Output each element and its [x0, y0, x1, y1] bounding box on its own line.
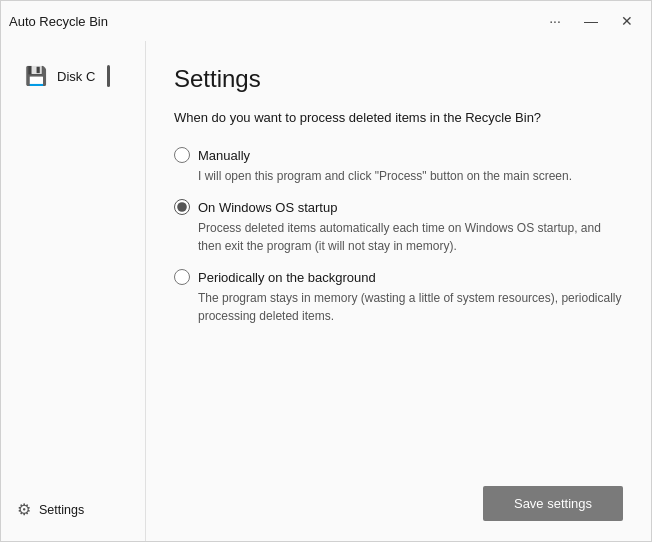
close-icon: ✕ [621, 13, 633, 29]
option-row-startup: On Windows OS startup [174, 199, 623, 215]
option-desc-background: The program stays in memory (wasting a l… [198, 289, 623, 325]
more-icon: ··· [549, 13, 561, 29]
sidebar-disk-label: Disk C [57, 69, 95, 84]
option-label-startup[interactable]: On Windows OS startup [198, 200, 337, 215]
sidebar: 💾 Disk C ⚙ Settings [1, 41, 146, 541]
radio-startup[interactable] [174, 199, 190, 215]
close-button[interactable]: ✕ [611, 7, 643, 35]
sidebar-bottom: ⚙ Settings [1, 486, 145, 533]
question-text: When do you want to process deleted item… [174, 109, 623, 127]
more-button[interactable]: ··· [539, 7, 571, 35]
minimize-button[interactable]: — [575, 7, 607, 35]
content-area: 💾 Disk C ⚙ Settings Settings When do you… [1, 41, 651, 541]
option-desc-manually: I will open this program and click "Proc… [198, 167, 623, 185]
sidebar-top: 💾 Disk C [1, 49, 145, 103]
titlebar: Auto Recycle Bin ··· — ✕ [1, 1, 651, 41]
sidebar-settings-link[interactable]: ⚙ Settings [13, 494, 133, 525]
titlebar-controls: ··· — ✕ [539, 7, 643, 35]
radio-background[interactable] [174, 269, 190, 285]
disk-icon: 💾 [25, 65, 47, 87]
radio-manually[interactable] [174, 147, 190, 163]
option-row-background: Periodically on the background [174, 269, 623, 285]
footer: Save settings [174, 474, 623, 525]
main-content: Settings When do you want to process del… [146, 41, 651, 541]
option-label-background[interactable]: Periodically on the background [198, 270, 376, 285]
app-window: Auto Recycle Bin ··· — ✕ 💾 Disk C [0, 0, 652, 542]
sidebar-settings-label: Settings [39, 503, 84, 517]
save-settings-button[interactable]: Save settings [483, 486, 623, 521]
options-list: Manually I will open this program and cl… [174, 147, 623, 474]
option-label-manually[interactable]: Manually [198, 148, 250, 163]
option-group-manually: Manually I will open this program and cl… [174, 147, 623, 185]
sidebar-item-disk[interactable]: 💾 Disk C [13, 57, 133, 95]
sidebar-active-indicator [107, 65, 110, 87]
app-title: Auto Recycle Bin [9, 14, 108, 29]
option-group-background: Periodically on the background The progr… [174, 269, 623, 325]
option-desc-startup: Process deleted items automatically each… [198, 219, 623, 255]
option-group-startup: On Windows OS startup Process deleted it… [174, 199, 623, 255]
page-title: Settings [174, 65, 623, 93]
option-row-manually: Manually [174, 147, 623, 163]
minimize-icon: — [584, 13, 598, 29]
gear-icon: ⚙ [17, 500, 31, 519]
